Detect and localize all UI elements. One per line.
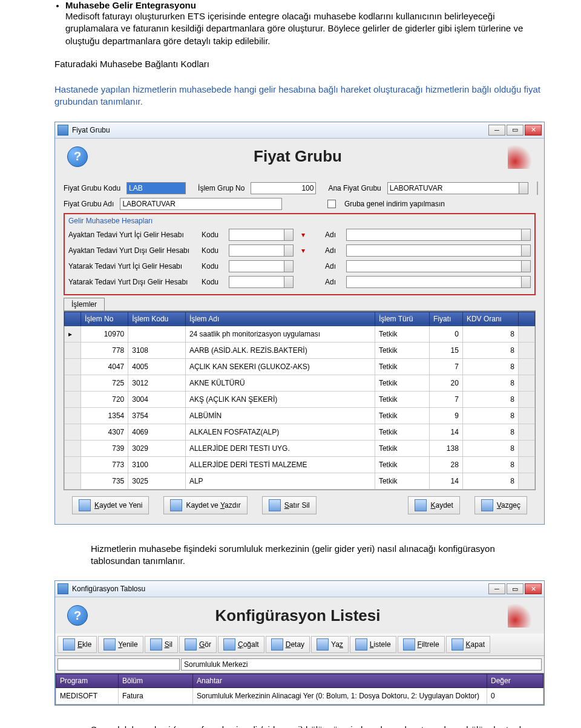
input-ayaktan-disi-kodu[interactable] [229, 244, 284, 257]
col-islem-adi[interactable]: İşlem Adı [185, 312, 375, 326]
dropdown-icon[interactable] [522, 276, 531, 288]
input-yatarak-disi-kodu[interactable] [229, 276, 284, 288]
input-yatarak-ici-adi[interactable] [346, 260, 522, 272]
titlebar[interactable]: Konfigürasyon Tablosu ─ ▭ ✕ [55, 581, 544, 597]
input-yatarak-ici-kodu[interactable] [229, 260, 284, 272]
dropdown-icon[interactable] [522, 229, 531, 241]
cell-islem-kodu: 3012 [128, 375, 186, 391]
cancel-icon [481, 499, 493, 511]
islemler-grid[interactable]: İşlem No İşlem Kodu İşlem Adı İşlem Türü… [64, 311, 536, 490]
dropdown-icon[interactable] [284, 229, 294, 241]
minimize-button[interactable]: ─ [488, 583, 505, 594]
col-program[interactable]: Program [56, 674, 119, 688]
dropdown-icon[interactable] [522, 260, 531, 272]
kapat-button[interactable]: Kapat [446, 636, 490, 653]
checkbox-gruba-indirim[interactable] [327, 200, 336, 208]
yenile-button[interactable]: Yenile [98, 636, 143, 653]
col-deger[interactable]: Değer [487, 674, 543, 688]
cell-islem-turu: Tetkik [375, 342, 429, 358]
print-icon [317, 638, 329, 651]
minimize-button[interactable]: ─ [488, 125, 505, 136]
search-blank[interactable] [57, 658, 180, 671]
window-title: Fiyat Grubu [72, 126, 110, 134]
dropdown-icon[interactable] [519, 182, 528, 194]
table-row[interactable]: 7203004AKŞ (AÇLIK KAN ŞEKERİ)Tetkik78 [65, 391, 535, 407]
table-row[interactable]: 13543754ALBÜMİNTetkik98 [65, 407, 535, 424]
cell-islem-turu: Tetkik [375, 440, 429, 456]
konfig-grid[interactable]: Program Bölüm Anahtar Değer MEDISOFT Fat… [55, 673, 544, 705]
cogalt-button[interactable]: Çoğalt [218, 636, 264, 653]
table-row[interactable]: 7733100ALLERJİDE DERİ TESTİ MALZEMETetki… [65, 456, 535, 473]
dropdown-icon[interactable] [522, 244, 531, 257]
col-islem-turu[interactable]: İşlem Türü [375, 312, 429, 326]
kaydet-button[interactable]: Kaydet [408, 496, 459, 514]
dropdown-icon[interactable] [284, 260, 294, 272]
lookup-button[interactable] [537, 182, 538, 195]
tab-islemler[interactable]: İşlemler [64, 298, 105, 310]
input-ana-fiyat-grubu[interactable] [387, 182, 519, 194]
cell-islem-turu: Tetkik [375, 326, 429, 342]
yaz-button[interactable]: Yaz [311, 636, 349, 653]
help-icon[interactable]: ? [67, 605, 88, 626]
kaydet-yazdir-button[interactable]: Kaydet ve Yazdır [163, 496, 247, 514]
maximize-button[interactable]: ▭ [507, 125, 524, 136]
cell-kdv: 8 [462, 375, 518, 391]
input-ayaktan-ici-adi[interactable] [346, 229, 522, 241]
col-islem-kodu[interactable]: İşlem Kodu [128, 312, 186, 326]
sil-button[interactable]: Sil [145, 636, 178, 653]
copy-icon [223, 638, 235, 651]
list-icon [355, 638, 367, 651]
input-ayaktan-disi-adi[interactable] [346, 244, 522, 257]
filtrele-button[interactable]: Filtrele [398, 636, 445, 653]
col-bolum[interactable]: Bölüm [119, 674, 193, 688]
input-islem-grup-no[interactable] [251, 182, 316, 194]
app-icon [57, 125, 68, 136]
search-input[interactable] [181, 658, 542, 671]
label-fiyat-grubu-kodu: Fiyat Grubu Kodu [64, 184, 120, 192]
dropdown-icon[interactable] [284, 276, 294, 288]
table-row[interactable]: 7393029ALLERJİDE DERI TESTI UYG.Tetkik13… [65, 440, 535, 456]
col-fiyati[interactable]: Fiyatı [429, 312, 462, 326]
input-fiyat-grubu-adi[interactable] [120, 198, 282, 210]
input-yatarak-disi-adi[interactable] [346, 276, 522, 288]
label-adi: Adı [325, 231, 340, 239]
save-new-icon [79, 499, 91, 511]
kaydet-yeni-button[interactable]: KKaydet ve Yeniaydet ve Yeni [72, 496, 149, 514]
close-button[interactable]: ✕ [525, 583, 542, 594]
titlebar[interactable]: Fiyat Grubu ─ ▭ ✕ [55, 122, 544, 139]
section-para-2: Faturadaki Muhasebe Bağlantı Kodları [54, 58, 545, 70]
help-icon[interactable]: ? [67, 146, 88, 167]
col-kdv-orani[interactable]: KDV Oranı [462, 312, 518, 326]
cell-islem-adi: AKŞ (AÇLIK KAN ŞEKERİ) [185, 391, 375, 407]
table-row[interactable]: 40474005AÇLIK KAN SEKERI (GLUKOZ-AKS)Tet… [65, 358, 535, 375]
table-row[interactable]: ▸1097024 saatlik ph monitorizasyon uygul… [65, 326, 535, 342]
cell-islem-kodu: 3004 [128, 391, 186, 407]
cell-islem-adi: 24 saatlik ph monitorizasyon uygulaması [185, 326, 375, 342]
input-fiyat-grubu-kodu[interactable] [126, 182, 186, 194]
cell-fiyati: 28 [429, 456, 462, 473]
input-ayaktan-ici-kodu[interactable] [229, 229, 284, 241]
gor-button[interactable]: Gör [179, 636, 217, 653]
listele-button[interactable]: Listele [350, 636, 396, 653]
ekle-button[interactable]: Ekle [57, 636, 97, 653]
detay-button[interactable]: Detay [266, 636, 310, 653]
vazgec-button[interactable]: Vazgeç [474, 496, 527, 514]
table-row[interactable]: 7353025ALPTetkik148 [65, 473, 535, 489]
close-button[interactable]: ✕ [525, 125, 542, 136]
label-kodu: Kodu [202, 262, 223, 271]
col-islem-no[interactable]: İşlem No [81, 312, 128, 326]
satir-sil-button[interactable]: Satır Sil [262, 496, 317, 514]
cell-kdv: 8 [462, 440, 518, 456]
window-title: Konfigürasyon Tablosu [72, 585, 145, 593]
col-anahtar[interactable]: Anahtar [193, 674, 487, 688]
table-row[interactable]: MEDISOFT Fatura Sorumluluk Merkezinin Al… [56, 688, 543, 704]
table-row[interactable]: 7253012AKNE KÜLTÜRÜTetkik208 [65, 375, 535, 391]
cell-kdv: 8 [462, 358, 518, 375]
maximize-button[interactable]: ▭ [507, 583, 524, 594]
dropdown-icon[interactable] [284, 244, 294, 257]
label-ayaktan-disi: Ayaktan Tedavi Yurt Dışı Gelir Hesabı [68, 246, 195, 255]
group-title-gelir: Gelir Muhasebe Hesapları [68, 217, 531, 225]
table-row[interactable]: 43074069ALKALEN FOSFATAZ(ALP)Tetkik148 [65, 424, 535, 440]
table-row[interactable]: 7783108AARB (ASİD.ALK. REZİS.BAKTERİ)Tet… [65, 342, 535, 358]
cell-islem-adi: ALKALEN FOSFATAZ(ALP) [185, 424, 375, 440]
